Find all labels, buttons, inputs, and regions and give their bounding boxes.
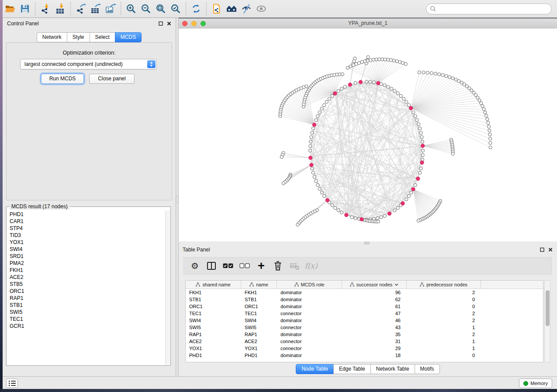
mcds-result-item[interactable]: FKH1 [7,267,165,274]
cell-predecessor-nodes: 0 [407,296,481,303]
tab-network[interactable]: Network [37,32,67,42]
table-row[interactable]: SWI5SWI5connector431 [186,324,543,331]
window-minimize-icon[interactable] [191,21,197,26]
run-mcds-button[interactable]: Run MCDS [41,74,84,84]
close-panel-icon[interactable] [548,248,553,252]
criterion-dropdown[interactable]: largest connected component (undirected) [20,59,157,69]
column-header-name[interactable]: name [241,281,277,289]
mcds-result-item[interactable]: SWI4 [7,246,165,253]
mcds-result-item[interactable]: PHD1 [7,211,165,218]
cell-name: ACE2 [241,338,277,345]
toolbar-separator [121,2,121,15]
vertical-splitter[interactable] [176,18,179,376]
vertical-splitter-handle[interactable] [176,196,178,203]
cell-name: PHD1 [241,352,277,359]
mcds-result-list[interactable]: PHD1CAR1STP4TID3YOX1SWI4SRD1PMA2FKH1ACE2… [7,211,165,364]
zoom-selected-icon[interactable] [168,2,183,16]
table-row[interactable]: SWI4SWI4dominator462 [186,317,543,324]
column-header-successor-nodes[interactable]: successor nodes [342,281,407,289]
close-panel-button[interactable]: Close panel [89,74,135,84]
tab-network-table[interactable]: Network Table [370,364,415,374]
window-close-icon[interactable] [182,21,187,26]
mcds-result-item[interactable]: GCR1 [7,323,165,330]
mcds-result-item[interactable]: YOX1 [7,239,165,246]
network-window-titlebar[interactable]: YPA_prune.txt_1 [179,18,557,28]
table-scrollbar[interactable] [544,280,550,362]
network-view-canvas[interactable] [179,28,557,241]
show-columns-icon[interactable] [204,259,219,273]
cell-successor-nodes: 96 [342,289,407,296]
tab-edge-table[interactable]: Edge Table [333,364,371,374]
mcds-result-group: MCDS result (17 nodes) PHD1CAR1STP4TID3Y… [6,203,171,366]
cell-predecessor-nodes: 2 [407,331,481,338]
table-row[interactable]: RAP1RAP1dominator352 [186,331,543,338]
toolbar-separator [186,2,186,15]
memory-button[interactable]: Memory [519,378,552,388]
task-history-button[interactable] [6,378,18,388]
mcds-result-item[interactable]: TEC1 [7,316,165,323]
tab-mcds[interactable]: MCDS [115,32,142,42]
save-session-icon[interactable] [17,2,32,16]
zoom-out-icon[interactable] [138,2,153,16]
table-row[interactable]: ORC1ORC1dominator610 [186,303,543,310]
table-row[interactable]: YOX1YOX1connector291 [186,345,543,352]
close-panel-icon[interactable] [167,21,171,26]
column-header-predecessor-nodes[interactable]: predecessor nodes [407,281,481,289]
cell-successor-nodes: 18 [342,352,407,359]
zoom-in-icon[interactable] [124,2,138,16]
export-table-icon[interactable] [88,2,103,16]
horizontal-splitter-handle[interactable] [364,242,370,244]
table-row[interactable]: FKH1FKH1dominator962 [186,289,543,296]
mcds-result-item[interactable]: STB1 [7,302,165,309]
cell-shared-name: TEC1 [186,310,241,317]
mcds-result-item[interactable]: CAR1 [7,218,165,225]
mcds-result-item[interactable]: ACE2 [7,274,165,281]
column-settings-gear-icon[interactable]: ⚙ [187,259,202,273]
sort-descending-icon [394,283,398,286]
tab-select[interactable]: Select [90,32,115,42]
float-panel-icon[interactable] [159,21,163,26]
hide-panels-icon[interactable] [239,2,254,16]
cell-successor-nodes: 29 [342,345,407,352]
table-row[interactable]: ACE2ACE2connector311 [186,338,543,345]
column-header-shared-name[interactable]: shared name [186,281,241,289]
mcds-result-item[interactable]: RAP1 [7,295,165,302]
table-scrollbar-thumb[interactable] [546,290,550,326]
open-session-icon[interactable] [3,2,17,16]
select-all-columns-icon[interactable] [221,259,235,273]
mcds-result-item[interactable]: PMA2 [7,260,165,267]
mcds-result-item[interactable]: SWI5 [7,309,165,316]
refresh-layout-icon[interactable] [189,2,204,16]
mcds-result-item[interactable]: STB5 [7,281,165,288]
table-row[interactable]: TEC1TEC1connector472 [186,310,543,317]
tab-motifs[interactable]: Motifs [415,364,440,374]
table-row[interactable]: PHD1PHD1dominator180 [186,352,543,359]
mcds-result-item[interactable]: SRD1 [7,253,165,260]
search-input[interactable] [426,3,552,14]
mcds-result-item[interactable]: TID3 [7,232,165,239]
mcds-result-scrollbar[interactable] [165,210,170,365]
control-panel-tabs: NetworkStyleSelectMCDS [3,32,176,42]
import-network-icon[interactable] [38,2,53,16]
add-column-icon[interactable]: + [254,259,269,273]
show-panels-icon[interactable] [254,2,269,16]
mcds-result-item[interactable]: ORC1 [7,288,165,295]
mcds-result-item[interactable]: STP4 [7,225,165,232]
export-network-icon[interactable] [73,2,88,16]
cell-predecessor-nodes: 0 [407,352,481,359]
import-table-icon[interactable] [53,2,68,16]
tab-style[interactable]: Style [67,32,90,42]
cell-predecessor-nodes: 1 [407,338,481,345]
float-panel-icon[interactable] [540,248,544,252]
tab-node-table[interactable]: Node Table [296,364,334,374]
zoom-fit-icon[interactable] [153,2,168,16]
clone-network-icon[interactable] [209,2,224,16]
delete-column-icon[interactable] [270,259,285,273]
deselect-all-columns-icon[interactable] [237,259,252,273]
network-overview-icon[interactable] [224,2,239,16]
window-maximize-icon[interactable] [201,21,206,26]
export-image-icon[interactable] [103,2,118,16]
table-panel-tabs: Node TableEdge TableNetwork TableMotifs [179,364,557,374]
column-header-MCDS-role[interactable]: MCDS role [277,281,342,289]
table-row[interactable]: STB1STB1dominator620 [186,296,543,303]
